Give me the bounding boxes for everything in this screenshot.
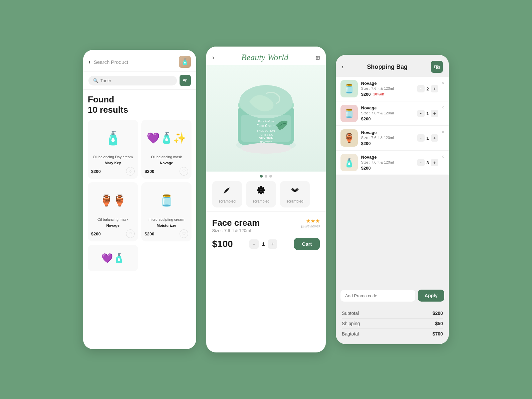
add-to-cart-button[interactable]: Cart	[294, 238, 320, 250]
bag-qty-increase-4[interactable]: +	[431, 159, 438, 166]
shopping-bag-title: Shopping Bag	[367, 64, 408, 70]
product-price-row-2: $200 ♡	[145, 167, 188, 176]
avatar-icon: 🧴	[181, 58, 189, 66]
bag-item-price-2: $200	[361, 116, 371, 121]
bag-item-3: 🏺 Novage Size : 7.6 ft & 120ml $200 - 1 …	[336, 126, 449, 150]
svg-text:Face Cream: Face Cream	[257, 124, 276, 128]
bag-item-2: 🫙 Novage Size : 7.6 ft & 120ml $200 - 1 …	[336, 101, 449, 125]
bag-item-info-4: Novage Size : 7.6 ft & 120ml $200	[361, 155, 414, 171]
wishlist-button-3[interactable]: ♡	[126, 229, 135, 238]
product-card-3[interactable]: 🏺🏺 Oil balancing mask Novage $200 ♡	[88, 182, 138, 241]
feature-icon-card-1[interactable]: scrambled	[212, 181, 242, 207]
product-image-1: 🧴	[91, 123, 135, 153]
product-card-2[interactable]: 💜🧴✨ Oil balancing mask Novage $200 ♡	[141, 120, 192, 179]
bag-qty-increase-2[interactable]: +	[431, 110, 438, 117]
product-size: Size : 7.6 ft & 120ml	[212, 228, 320, 233]
dot-2[interactable]	[265, 175, 267, 178]
quantity-increase-button[interactable]: +	[268, 239, 277, 249]
product-name-1: Oil balancing Day cream	[93, 155, 133, 159]
bag-item-price-4: $200	[361, 166, 371, 171]
wishlist-button-4[interactable]: ♡	[180, 229, 188, 238]
promo-apply-button[interactable]: Apply	[418, 290, 444, 302]
subtotal-value: $200	[433, 311, 443, 316]
feature-icon-card-3[interactable]: scrambled	[280, 181, 310, 207]
grid-view-icon[interactable]: ⊞	[316, 55, 320, 61]
product-image-2: 💜🧴✨	[145, 123, 188, 153]
product-brand-1: Mary Key	[105, 161, 121, 165]
bag-item-name-2: Novage	[361, 105, 414, 110]
filter-icon	[183, 78, 188, 83]
product-brand-2: Novage	[160, 161, 173, 165]
shipping-row: Shipping $50	[342, 319, 443, 329]
bag-qty-display-3: 1	[427, 136, 429, 141]
bag-qty-decrease-2[interactable]: -	[417, 110, 425, 117]
phone3-header: › Shopping Bag 🛍	[336, 55, 449, 77]
product-price-1: $200	[91, 169, 101, 174]
bag-qty-decrease-1[interactable]: -	[417, 85, 425, 92]
bag-qty-increase-1[interactable]: +	[431, 85, 438, 92]
bag-item-price-row-3: $200	[361, 141, 414, 146]
leaf-icon	[222, 186, 232, 197]
quantity-decrease-button[interactable]: -	[249, 239, 259, 249]
bag-icon: 🛍	[434, 64, 440, 70]
svg-point-3	[184, 79, 185, 80]
product-card-5[interactable]: 💜🧴	[88, 245, 138, 271]
bag-item-price-row-4: $200	[361, 166, 414, 171]
product-image-3: 🏺🏺	[91, 186, 135, 215]
svg-text:OILY SKIN: OILY SKIN	[259, 137, 273, 140]
bag-qty-display-1: 2	[427, 86, 429, 91]
products-grid: 🧴 Oil balancing Day cream Mary Key $200 …	[88, 120, 192, 271]
bag-item-price-3: $200	[361, 141, 371, 146]
search-input[interactable]	[100, 78, 172, 83]
dot-1[interactable]	[260, 175, 263, 178]
product-image-5: 💜🧴	[91, 248, 135, 268]
avatar[interactable]: 🧴	[179, 56, 191, 68]
filter-button[interactable]	[180, 75, 191, 86]
svg-text:Pure Nature: Pure Nature	[258, 120, 274, 123]
remove-item-2[interactable]: ×	[442, 105, 444, 110]
promo-code-input[interactable]	[340, 290, 415, 302]
product-price-4: $200	[145, 231, 154, 236]
lotus-icon	[290, 186, 300, 197]
search-icon: 🔍	[93, 78, 98, 83]
bagtotal-value: $700	[433, 331, 443, 336]
back-chevron-icon[interactable]: ›	[88, 59, 90, 66]
bag-item-price-row-2: $200	[361, 116, 414, 121]
remove-item-1[interactable]: ×	[442, 80, 444, 85]
back-chevron-icon-p3[interactable]: ›	[342, 64, 343, 70]
svg-rect-2	[185, 81, 186, 82]
svg-text:FACE LOTION: FACE LOTION	[257, 129, 275, 132]
wishlist-button-2[interactable]: ♡	[180, 167, 188, 176]
search-results-content: Found 10 results 🧴 Oil balancing Day cre…	[83, 90, 196, 349]
product-card-4[interactable]: 🫙 micro-sculpting cream Moisturizer $200…	[141, 182, 192, 241]
product-brand-3: Novage	[106, 223, 120, 227]
search-bar[interactable]: 🔍	[88, 76, 177, 85]
bag-qty-decrease-3[interactable]: -	[417, 134, 425, 142]
bag-qty-increase-3[interactable]: +	[431, 134, 438, 142]
found-results-title: Found 10 results	[88, 94, 192, 115]
remove-item-4[interactable]: ×	[442, 154, 444, 159]
remove-item-3[interactable]: ×	[442, 129, 444, 135]
phone2-product-detail: › Beauty World ⊞ Pure Nature Face Cream …	[206, 47, 326, 352]
product-price-2: $200	[145, 169, 154, 174]
carousel-dots	[206, 172, 326, 181]
subtotal-label: Subtotal	[342, 311, 359, 316]
feature-icon-card-2[interactable]: scrambled	[246, 181, 276, 207]
quantity-display: 1	[262, 241, 265, 247]
bag-qty-decrease-4[interactable]: -	[417, 159, 425, 166]
wishlist-button-1[interactable]: ♡	[126, 167, 135, 176]
order-totals-section: Subtotal $200 Shipping $50 Bagtotal $700	[336, 306, 449, 344]
bag-qty-display-2: 1	[427, 111, 429, 116]
shopping-bag-icon-button[interactable]: 🛍	[431, 61, 443, 73]
product-card-1[interactable]: 🧴 Oil balancing Day cream Mary Key $200 …	[88, 120, 138, 179]
phone3-shopping-bag: › Shopping Bag 🛍 🫙 Novage Size : 7.6 ft …	[336, 55, 449, 344]
bag-item-info-1: Novage Size : 7.6 ft & 120ml $200 20%off	[361, 81, 414, 97]
dot-3[interactable]	[269, 175, 272, 178]
product-detail-image: Pure Nature Face Cream FACE LOTION PURIF…	[206, 65, 326, 172]
bagtotal-label: Bagtotal	[342, 331, 359, 336]
bag-qty-display-4: 3	[427, 160, 429, 165]
price-and-cart-row: $100 - 1 + Cart	[212, 238, 320, 250]
bag-item-name-1: Novage	[361, 81, 414, 86]
bag-item-qty-1: - 2 +	[417, 85, 438, 92]
bag-item-1: 🫙 Novage Size : 7.6 ft & 120ml $200 20%o…	[336, 77, 449, 101]
